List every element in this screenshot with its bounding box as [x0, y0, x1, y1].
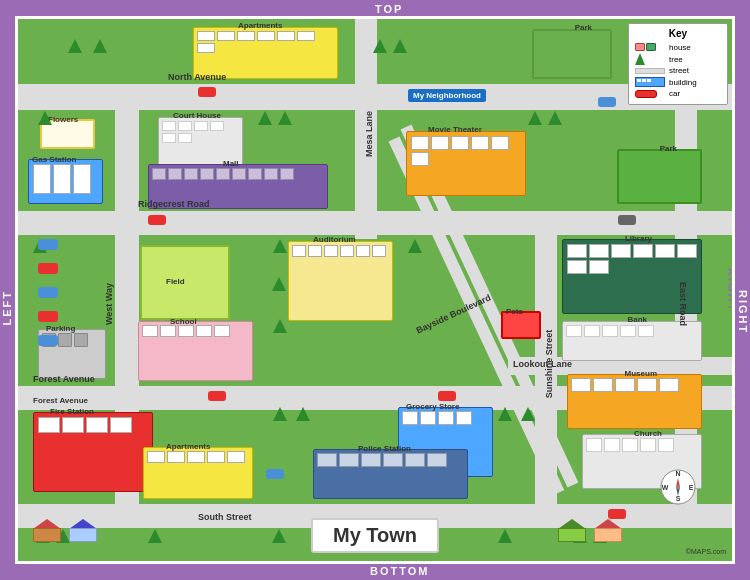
police-station-building — [313, 449, 468, 499]
svg-text:W: W — [662, 484, 669, 491]
bottom-houses — [33, 519, 97, 541]
tree-2 — [93, 39, 107, 53]
tree-23 — [498, 529, 512, 543]
courthouse-label: Court House — [173, 111, 221, 120]
tree-21 — [148, 529, 162, 543]
apartments2-label: Apartments — [166, 442, 210, 451]
west-way-label: West Way — [104, 283, 114, 325]
direction-top: TOP — [361, 16, 389, 17]
key-row-building: building — [635, 77, 721, 87]
key-row-house: house — [635, 42, 721, 52]
tree-16 — [296, 407, 310, 421]
fire-station-label: Fire Station — [50, 407, 94, 416]
car-7 — [266, 469, 284, 479]
tree-1 — [68, 39, 82, 53]
tree-4 — [393, 39, 407, 53]
ridgecrest-road-label: Ridgecrest Road — [138, 199, 210, 209]
park-label: Park — [660, 144, 677, 153]
auditorium-building — [288, 241, 393, 321]
tree-13 — [273, 319, 287, 333]
bottom-houses-right — [558, 519, 622, 541]
car-parked-2 — [38, 263, 58, 274]
svg-text:N: N — [675, 470, 680, 477]
tree-14 — [408, 239, 422, 253]
car-parked-1 — [38, 239, 58, 250]
key-building-label: building — [669, 78, 697, 87]
east-road-label: East Road — [678, 282, 688, 326]
library-label: Library — [625, 234, 652, 243]
car-2 — [598, 97, 616, 107]
north-avenue-label: North Avenue — [168, 72, 226, 82]
auditorium-label: Auditorium — [313, 235, 356, 244]
south-street-label: South Street — [198, 512, 252, 522]
park-top-building — [532, 29, 612, 79]
flowers-label: Flowers — [48, 115, 78, 124]
direction-right: RIGHT — [726, 268, 735, 312]
compass: N S W E — [659, 468, 697, 506]
mall-label: Mall — [223, 159, 239, 168]
tree-17 — [498, 407, 512, 421]
tree-18 — [521, 407, 535, 421]
car-parked-4 — [38, 311, 58, 322]
police-station-label: Police Station — [358, 444, 411, 453]
key-street-label: street — [669, 66, 689, 75]
key-tree-label: tree — [669, 55, 683, 64]
field-label: Field — [166, 277, 185, 286]
svg-text:E: E — [689, 484, 694, 491]
key-car-label: car — [669, 89, 680, 98]
apartments-label: Apartments — [238, 21, 282, 30]
tree-15 — [273, 407, 287, 421]
car-parked-5 — [38, 335, 58, 346]
forest-avenue-label2: Forest Avenue — [33, 396, 88, 405]
sunshine-street-label: Sunshine Street — [544, 330, 554, 399]
bank-label: Bank — [627, 315, 647, 324]
map-title: My Town — [311, 518, 439, 553]
key-row-car: car — [635, 89, 721, 98]
car-4 — [618, 215, 636, 225]
tree-9 — [548, 111, 562, 125]
school-building — [138, 321, 253, 381]
tree-12 — [272, 277, 286, 291]
tree-3 — [373, 39, 387, 53]
tree-22 — [272, 529, 286, 543]
direction-left: LEFT — [15, 272, 20, 308]
museum-building — [567, 374, 702, 429]
tree-11 — [273, 239, 287, 253]
gas-station-building — [28, 159, 103, 204]
gas-station-label: Gas Station — [32, 155, 76, 164]
car-1 — [198, 87, 216, 97]
outer-right: RIGHT — [737, 290, 749, 334]
outer-bottom: BOTTOM — [370, 565, 429, 577]
key-box: Key house tree street — [628, 23, 728, 105]
school-label: School — [170, 317, 197, 326]
key-title: Key — [635, 28, 721, 39]
lookout-lane-label: Lookout Lane — [513, 359, 572, 369]
neighborhood-sign: My Neighborhood — [408, 89, 486, 102]
mesa-lane-label: Mesa Lane — [364, 111, 374, 157]
park-building — [617, 149, 702, 204]
bank-building — [562, 321, 702, 361]
direction-bottom: BOTTOM — [345, 563, 404, 564]
park-top-label: Park — [575, 23, 592, 32]
museum-label: Museum — [625, 369, 657, 378]
church-label: Church — [634, 429, 662, 438]
car-5 — [208, 391, 226, 401]
outer-top: TOP — [375, 3, 403, 15]
key-house-label: house — [669, 43, 691, 52]
grocery-store-label: Grocery Store — [406, 402, 459, 411]
tree-7 — [278, 111, 292, 125]
key-row-street: street — [635, 66, 721, 75]
field-building — [140, 245, 230, 320]
fire-station-building — [33, 412, 153, 492]
car-6 — [438, 391, 456, 401]
map-container: TOP BOTTOM LEFT RIGHT Apartments — [15, 16, 735, 564]
apartments2-building — [143, 447, 253, 499]
parking-label: Parking — [46, 324, 75, 333]
svg-point-7 — [676, 485, 680, 489]
movie-theater-label: Movie Theater — [428, 125, 482, 134]
tree-5 — [38, 111, 52, 125]
key-row-tree: tree — [635, 54, 721, 64]
forest-avenue-label: Forest Avenue — [33, 374, 95, 384]
car-parked-3 — [38, 287, 58, 298]
pets-label: Pets — [506, 307, 523, 316]
